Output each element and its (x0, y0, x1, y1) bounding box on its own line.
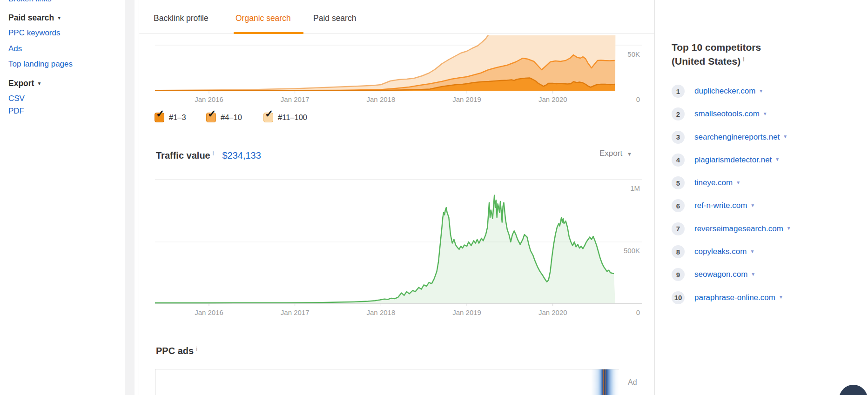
competitor-link[interactable]: plagiarismdetector.net (694, 155, 772, 165)
rank-badge: 9 (672, 268, 685, 281)
competitor-row: 6ref-n-write.com▼ (672, 199, 858, 212)
organic-keywords-chart[interactable]: Jan 2016Jan 2017Jan 2018Jan 2019Jan 2020… (139, 0, 655, 126)
competitor-link[interactable]: copyleaks.com (694, 247, 747, 256)
rank-badge: 7 (672, 222, 685, 235)
competitor-row: 7reverseimagesearch.com▼ (672, 222, 858, 235)
svg-text:Jan 2020: Jan 2020 (538, 308, 567, 316)
chevron-down-icon[interactable]: ▼ (783, 134, 787, 139)
checkbox-checked-icon: ✓ (263, 113, 273, 122)
rank-badge: 8 (672, 245, 685, 258)
competitors-list: 1duplichecker.com▼ 2smallseotools.com▼ 3… (672, 85, 858, 314)
chevron-down-icon[interactable]: ▼ (750, 203, 755, 208)
rank-badge: 1 (672, 85, 685, 98)
checkmark-icon: ✓ (156, 109, 164, 119)
legend-checkbox-11-100[interactable]: ✓ #11–100 (263, 112, 307, 123)
chevron-down-icon: ▼ (37, 81, 41, 86)
competitor-row: 3searchenginereports.net▼ (672, 131, 858, 144)
chevron-down-icon[interactable]: ▼ (751, 272, 755, 277)
competitor-row: 8copyleaks.com▼ (672, 245, 858, 258)
chevron-down-icon[interactable]: ▼ (763, 111, 767, 116)
legend-checkbox-1-3[interactable]: ✓ #1–3 (155, 112, 186, 123)
sidebar-item-broken-links[interactable]: Broken links (8, 0, 52, 4)
legend-label: #1–3 (169, 113, 186, 122)
svg-text:Jan 2018: Jan 2018 (367, 308, 396, 316)
sidebar-item-ppc-keywords[interactable]: PPC keywords (8, 28, 60, 38)
competitor-link[interactable]: paraphrase-online.com (694, 293, 775, 302)
legend-label: #11–100 (278, 113, 307, 122)
sidebar-section-export[interactable]: Export▼ (8, 78, 41, 88)
sidebar-item-ads[interactable]: Ads (8, 44, 22, 54)
traffic-value-heading: Traffic value (156, 150, 210, 161)
checkmark-icon: ✓ (208, 109, 216, 119)
competitor-link[interactable]: reverseimagesearch.com (694, 224, 783, 234)
competitor-link[interactable]: tineye.com (694, 178, 733, 187)
legend-checkbox-4-10[interactable]: ✓ #4–10 (206, 112, 242, 123)
svg-text:Jan 2019: Jan 2019 (452, 95, 481, 103)
traffic-value-section-header: Traffic valuei$234,133 (156, 147, 261, 160)
competitor-link[interactable]: seowagon.com (694, 270, 747, 279)
checkmark-icon: ✓ (265, 109, 273, 119)
info-icon[interactable]: i (196, 346, 197, 352)
rank-badge: 3 (672, 131, 685, 144)
ppc-ads-box (155, 369, 619, 395)
chevron-down-icon: ▼ (57, 15, 61, 20)
chevron-down-icon[interactable]: ▼ (750, 249, 754, 254)
svg-text:Jan 2019: Jan 2019 (452, 308, 481, 316)
ad-badge: Ad (628, 378, 648, 387)
competitor-row: 10paraphrase-online.com▼ (672, 291, 858, 304)
rank-badge: 5 (672, 176, 685, 189)
rank-badge: 6 (672, 199, 685, 212)
sidebar-item-pdf[interactable]: PDF (8, 106, 24, 116)
competitors-panel: Top 10 competitors (United States)i 1dup… (655, 0, 868, 395)
competitors-heading: Top 10 competitors (United States)i (672, 41, 761, 67)
rank-badge: 4 (672, 154, 685, 167)
competitor-row: 9seowagon.com▼ (672, 268, 858, 281)
competitor-row: 5tineye.com▼ (672, 176, 858, 189)
chevron-down-icon[interactable]: ▼ (775, 157, 780, 162)
chevron-down-icon[interactable]: ▼ (736, 180, 740, 185)
rank-badge: 10 (672, 291, 685, 304)
info-icon[interactable]: i (213, 150, 214, 157)
chevron-down-icon[interactable]: ▼ (759, 88, 763, 94)
traffic-value-chart[interactable]: Jan 2016Jan 2017Jan 2018Jan 2019Jan 2020… (139, 172, 655, 321)
competitor-link[interactable]: ref-n-write.com (694, 201, 747, 210)
svg-text:Jan 2020: Jan 2020 (538, 95, 567, 103)
svg-text:Jan 2017: Jan 2017 (281, 308, 310, 316)
competitor-link[interactable]: duplichecker.com (694, 87, 755, 96)
chevron-down-icon[interactable]: ▼ (787, 226, 791, 231)
export-dropdown[interactable]: Export▼ (599, 148, 632, 159)
info-icon[interactable]: i (743, 56, 744, 63)
ppc-ads-section-header: PPC adsi (156, 342, 197, 355)
keyword-position-legend: ✓ #1–3 ✓ #4–10 ✓ #11–100 (139, 112, 465, 126)
svg-text:Jan 2016: Jan 2016 (195, 95, 223, 103)
competitor-row: 4plagiarismdetector.net▼ (672, 154, 858, 167)
chevron-down-icon[interactable]: ▼ (779, 295, 783, 300)
svg-text:Jan 2017: Jan 2017 (281, 95, 310, 103)
competitor-row: 2smallseotools.com▼ (672, 107, 858, 121)
legend-label: #4–10 (221, 113, 242, 122)
sidebar-item-top-landing-pages[interactable]: Top landing pages (8, 59, 73, 69)
svg-text:Jan 2018: Jan 2018 (367, 95, 396, 103)
traffic-value-amount[interactable]: $234,133 (222, 150, 261, 161)
competitor-link[interactable]: smallseotools.com (694, 109, 760, 119)
svg-text:1M: 1M (630, 184, 640, 192)
sidebar-item-csv[interactable]: CSV (8, 94, 25, 104)
ppc-ads-density-stripes (591, 369, 619, 395)
svg-text:0: 0 (636, 95, 640, 103)
left-sidebar: Broken links Paid search▼ PPC keywords A… (0, 0, 125, 395)
checkbox-checked-icon: ✓ (206, 113, 216, 122)
svg-text:Jan 2016: Jan 2016 (195, 308, 223, 316)
sidebar-section-paid-search[interactable]: Paid search▼ (8, 13, 61, 23)
competitor-row: 1duplichecker.com▼ (672, 85, 858, 98)
svg-text:0: 0 (636, 308, 640, 316)
main-content: Backlink profile Organic search Paid sea… (139, 0, 655, 395)
chevron-down-icon: ▼ (627, 151, 632, 157)
svg-text:50K: 50K (627, 50, 640, 58)
ppc-ads-heading: PPC ads (156, 346, 194, 356)
competitor-link[interactable]: searchenginereports.net (694, 133, 780, 142)
checkbox-checked-icon: ✓ (155, 113, 164, 122)
svg-text:500K: 500K (624, 247, 640, 254)
rank-badge: 2 (672, 107, 685, 121)
sidebar-gutter (125, 0, 135, 395)
ahrefs-site-explorer-page: Broken links Paid search▼ PPC keywords A… (0, 0, 868, 395)
